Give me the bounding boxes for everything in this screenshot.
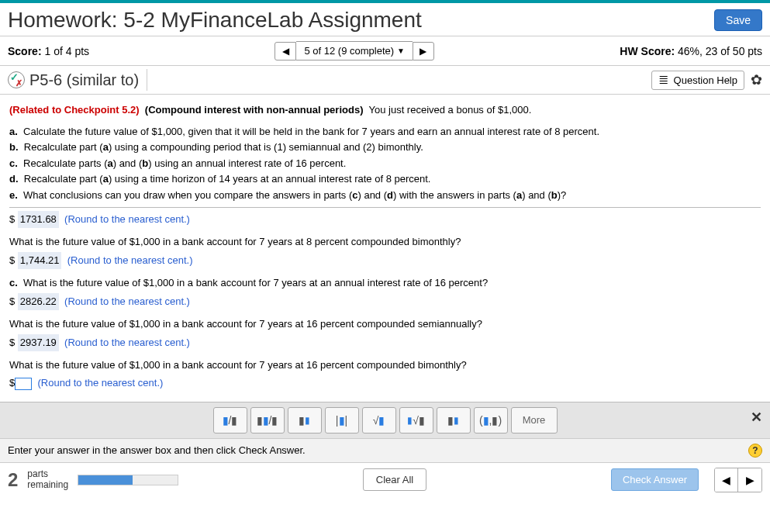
exponent-button[interactable]: ▮▮: [288, 407, 322, 434]
check-answer-button[interactable]: Check Answer: [611, 468, 699, 491]
answer-3: 2826.22: [18, 293, 59, 310]
instruction-text: Enter your answer in the answer box and …: [8, 444, 306, 456]
page-title: Homework: 5-2 MyFinanceLab Assignment: [8, 8, 422, 33]
answer-1: 1731.68: [18, 211, 59, 228]
clear-all-button[interactable]: Clear All: [363, 468, 426, 491]
question-2: What is the future value of $1,000 in a …: [9, 234, 761, 250]
answer-2: 1,744.21: [18, 252, 62, 269]
question-id: P5-6 (similar to): [29, 71, 139, 89]
question-5: What is the future value of $1,000 in a …: [9, 358, 761, 373]
score-label: Score:: [8, 45, 42, 57]
coord-button[interactable]: (▮,▮): [474, 407, 508, 434]
progress-bar: [78, 475, 178, 485]
score-bar: Score: 1 of 4 pts ◀ 5 of 12 (9 complete)…: [0, 36, 770, 66]
question-help-button[interactable]: Question Help: [651, 71, 744, 90]
footer-next-button[interactable]: ▶: [738, 468, 761, 492]
header: Homework: 5-2 MyFinanceLab Assignment Sa…: [0, 3, 770, 36]
math-toolbar: ✕ ▮/▮ ▮▮/▮ ▮▮ |▮| √▮ ▮√▮ ▮▮ (▮,▮) More: [0, 402, 770, 438]
next-question-button[interactable]: ▶: [413, 42, 434, 60]
question-3: What is the future value of $1,000 in a …: [23, 277, 488, 288]
help-icon[interactable]: ?: [748, 444, 762, 458]
subscript-button[interactable]: ▮▮: [437, 407, 471, 434]
intro-text: You just received a bonus of $1,000.: [368, 104, 531, 116]
topic-title: (Compound interest with non-annual perio…: [145, 104, 364, 116]
question-nav-dropdown[interactable]: 5 of 12 (9 complete) ▼: [296, 41, 413, 60]
partial-credit-icon: [8, 71, 25, 88]
abs-button[interactable]: |▮|: [325, 407, 359, 434]
question-4: What is the future value of $1,000 in a …: [9, 316, 761, 332]
instruction-row: Enter your answer in the answer box and …: [0, 438, 770, 462]
more-button[interactable]: More: [511, 407, 558, 434]
score-value: 1 of 4 pts: [44, 45, 89, 57]
save-button[interactable]: Save: [714, 9, 762, 31]
prev-question-button[interactable]: ◀: [275, 42, 296, 60]
checkpoint-ref: (Related to Checkpoint 5.2): [9, 104, 140, 116]
hw-score-label: HW Score:: [620, 45, 675, 57]
footer-prev-button[interactable]: ◀: [715, 468, 738, 492]
footer-bar: 2 parts remaining Clear All Check Answer…: [0, 462, 770, 500]
mixed-fraction-button[interactable]: ▮▮/▮: [250, 407, 285, 434]
answer-input[interactable]: [15, 378, 32, 390]
question-bar: P5-6 (similar to) Question Help ✿: [0, 66, 770, 95]
question-content: (Related to Checkpoint 5.2) (Compound in…: [0, 95, 770, 402]
answer-4: 2937.19: [18, 334, 59, 351]
gear-icon[interactable]: ✿: [751, 71, 762, 88]
close-icon[interactable]: ✕: [751, 409, 762, 426]
list-icon: [658, 74, 669, 86]
hw-score-value: 46%, 23 of 50 pts: [678, 45, 762, 57]
fraction-button[interactable]: ▮/▮: [213, 407, 247, 434]
sqrt-button[interactable]: √▮: [362, 407, 396, 434]
nth-root-button[interactable]: ▮√▮: [399, 407, 433, 434]
chevron-down-icon: ▼: [397, 47, 405, 55]
parts-remaining-count: 2: [8, 469, 18, 491]
